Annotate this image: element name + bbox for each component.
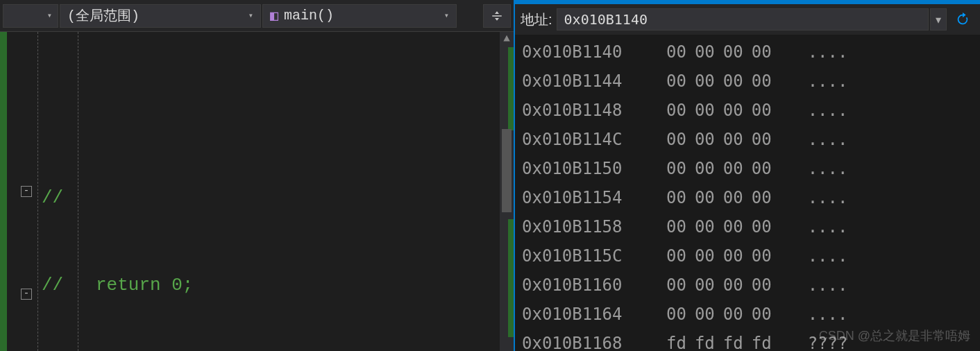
- memory-hex-bytes: 00000000: [666, 271, 780, 300]
- memory-row: 0x010B115C00000000....: [522, 241, 973, 271]
- memory-hex-bytes: 00000000: [666, 67, 780, 96]
- chevron-down-icon: ▾: [248, 10, 253, 21]
- scope-label: (全局范围): [67, 6, 140, 25]
- memory-ascii: ....: [808, 241, 848, 271]
- memory-pane: 地址: ▾ 0x010B114000000000....0x010B114400…: [514, 0, 980, 351]
- nav-back-dropdown[interactable]: ▾: [3, 4, 58, 28]
- vertical-scrollbar[interactable]: ▲: [500, 32, 514, 351]
- scroll-up-icon[interactable]: ▲: [500, 32, 514, 46]
- memory-ascii: ....: [808, 212, 848, 241]
- editor-toolbar: ▾ (全局范围) ▾ ◧ main() ▾: [0, 0, 514, 32]
- method-icon: ◧: [270, 7, 278, 24]
- chevron-down-icon: ▾: [47, 10, 52, 21]
- memory-ascii: ....: [808, 154, 848, 183]
- function-dropdown[interactable]: ◧ main() ▾: [262, 4, 457, 28]
- memory-address: 0x010B1154: [522, 183, 654, 212]
- memory-address: 0x010B1168: [522, 329, 654, 351]
- memory-ascii: ....: [808, 300, 848, 329]
- memory-address: 0x010B1144: [522, 67, 654, 96]
- memory-ascii: ....: [808, 37, 848, 67]
- address-history-dropdown[interactable]: ▾: [930, 8, 947, 31]
- memory-row: 0x010B116400000000....: [522, 300, 973, 329]
- memory-row: 0x010B115400000000....: [522, 183, 973, 212]
- memory-address: 0x010B1150: [522, 154, 654, 183]
- split-horizontal-icon: [491, 10, 503, 22]
- code-editor-pane: ▾ (全局范围) ▾ ◧ main() ▾ - - //: [0, 0, 514, 351]
- memory-row: 0x010B114000000000....: [522, 37, 973, 67]
- split-view-button[interactable]: [483, 4, 511, 28]
- memory-hex-bytes: 00000000: [666, 96, 780, 125]
- memory-address: 0x010B1160: [522, 271, 654, 300]
- memory-hex-bytes: fdfdfdfd: [666, 329, 780, 351]
- memory-ascii: ....: [808, 183, 848, 212]
- refresh-icon: [955, 12, 970, 27]
- memory-hex-bytes: 00000000: [666, 125, 780, 154]
- memory-ascii: ....: [808, 125, 848, 154]
- memory-address: 0x010B1164: [522, 300, 654, 329]
- memory-row: 0x010B115800000000....: [522, 212, 973, 241]
- editor-gutter: - -: [0, 32, 36, 351]
- memory-body[interactable]: 0x010B114000000000....0x010B114400000000…: [515, 35, 980, 351]
- scope-dropdown[interactable]: (全局范围) ▾: [60, 4, 261, 28]
- memory-ascii: ????: [808, 329, 848, 351]
- memory-row: 0x010B115000000000....: [522, 154, 973, 183]
- memory-address: 0x010B1158: [522, 212, 654, 241]
- code-comment: // return 0;: [42, 275, 193, 296]
- code-text-area[interactable]: // // return 0; //} int main() { int* p …: [36, 32, 500, 351]
- memory-ascii: ....: [808, 271, 848, 300]
- address-input[interactable]: [557, 8, 929, 31]
- change-marker: [508, 47, 514, 130]
- memory-address: 0x010B114C: [522, 125, 654, 154]
- memory-row: 0x010B1168fdfdfdfd????: [522, 329, 973, 351]
- scrollbar-thumb[interactable]: [502, 129, 512, 212]
- change-marker: [508, 219, 514, 337]
- fold-toggle[interactable]: -: [21, 289, 32, 300]
- memory-toolbar: 地址: ▾: [515, 4, 980, 35]
- memory-address: 0x010B115C: [522, 241, 654, 271]
- memory-hex-bytes: 00000000: [666, 300, 780, 329]
- chevron-down-icon: ▾: [936, 13, 941, 26]
- memory-hex-bytes: 00000000: [666, 154, 780, 183]
- memory-row: 0x010B116000000000....: [522, 271, 973, 300]
- memory-address: 0x010B1148: [522, 96, 654, 125]
- refresh-button[interactable]: [951, 8, 974, 31]
- code-comment: //: [42, 187, 63, 208]
- memory-ascii: ....: [808, 96, 848, 125]
- memory-hex-bytes: 00000000: [666, 37, 780, 67]
- memory-ascii: ....: [808, 67, 848, 96]
- memory-hex-bytes: 00000000: [666, 241, 780, 271]
- fold-toggle[interactable]: -: [21, 186, 32, 197]
- memory-address: 0x010B1140: [522, 37, 654, 67]
- chevron-down-icon: ▾: [444, 10, 449, 21]
- memory-hex-bytes: 00000000: [666, 212, 780, 241]
- memory-row: 0x010B114800000000....: [522, 96, 973, 125]
- memory-hex-bytes: 00000000: [666, 183, 780, 212]
- memory-row: 0x010B114400000000....: [522, 67, 973, 96]
- editor-body: - - // // return 0; //} int main() { int…: [0, 32, 514, 351]
- memory-row: 0x010B114C00000000....: [522, 125, 973, 154]
- function-label: main(): [284, 8, 334, 24]
- address-label: 地址:: [521, 10, 552, 29]
